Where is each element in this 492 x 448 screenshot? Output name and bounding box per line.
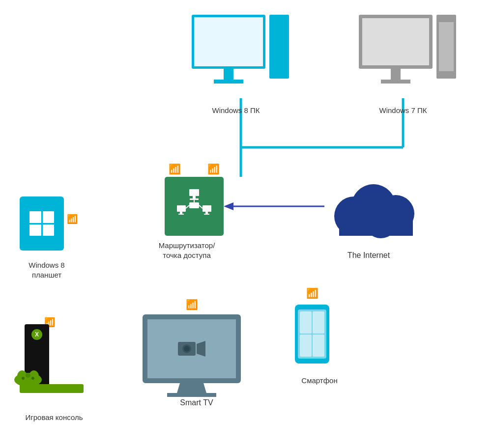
tablet-body: 📶 <box>20 196 64 251</box>
tablet-label: Windows 8планшет <box>15 260 79 280</box>
smartphone-device: 📶 <box>295 305 329 364</box>
svg-marker-4 <box>224 202 233 210</box>
svg-rect-13 <box>204 214 209 215</box>
tv-stand <box>177 383 206 393</box>
xbox-device: 📶 X <box>20 319 84 398</box>
xbox-container: 📶 X <box>20 319 84 398</box>
phone-screen <box>298 309 326 359</box>
tv-wrapper: 📶 <box>143 314 241 397</box>
router-box <box>165 177 224 236</box>
svg-rect-22 <box>339 216 413 236</box>
svg-rect-8 <box>177 205 186 212</box>
smarttv-label: Smart TV <box>152 398 241 408</box>
svg-line-16 <box>186 205 189 208</box>
router-device: 📶 📶 <box>165 177 224 236</box>
svg-line-17 <box>199 205 203 208</box>
xbox-base <box>20 384 84 393</box>
internet-cloud <box>324 177 423 243</box>
camera-icon-svg <box>177 338 206 360</box>
windows-logo <box>29 211 54 236</box>
win7-pc-device <box>359 15 433 84</box>
tv-body <box>143 314 241 383</box>
tv-base <box>167 393 216 397</box>
xbox-logo: X <box>31 329 42 340</box>
network-diagram-icon <box>174 187 214 226</box>
smartphone-label: Смартфон <box>288 376 351 386</box>
svg-point-24 <box>17 370 27 382</box>
win8pc-label: Windows 8 ПК <box>192 106 280 115</box>
win8-pc-device <box>192 15 265 84</box>
svg-point-28 <box>31 377 34 380</box>
svg-rect-12 <box>205 212 208 214</box>
svg-point-31 <box>184 346 190 352</box>
tv-screen <box>147 319 236 378</box>
phone-body <box>295 305 329 364</box>
internet-label: The Internet <box>329 251 408 261</box>
svg-point-26 <box>26 373 30 378</box>
tablet-device: 📶 <box>20 196 64 251</box>
phone-wrapper: 📶 <box>295 305 329 364</box>
wifi-icon-top-left: 📶 <box>169 163 181 175</box>
svg-point-25 <box>29 370 39 382</box>
svg-rect-14 <box>189 202 199 208</box>
svg-marker-32 <box>197 341 205 357</box>
svg-rect-5 <box>189 189 199 196</box>
svg-rect-11 <box>203 205 211 212</box>
wifi-icon-top-right: 📶 <box>207 163 220 175</box>
router-label: Маршрутизатор/точка доступа <box>147 241 226 260</box>
wifi-icon-tv: 📶 <box>186 299 198 310</box>
win7pc-label: Windows 7 ПК <box>359 106 447 115</box>
svg-rect-9 <box>180 212 182 214</box>
wifi-icon-tablet: 📶 <box>67 214 78 224</box>
xbox-label: Игровая консоль <box>15 413 93 422</box>
cloud-svg <box>324 177 423 241</box>
svg-rect-10 <box>178 214 184 215</box>
wifi-icon-phone: 📶 <box>306 287 318 299</box>
smarttv-device: 📶 <box>143 314 241 397</box>
svg-point-27 <box>22 377 25 380</box>
